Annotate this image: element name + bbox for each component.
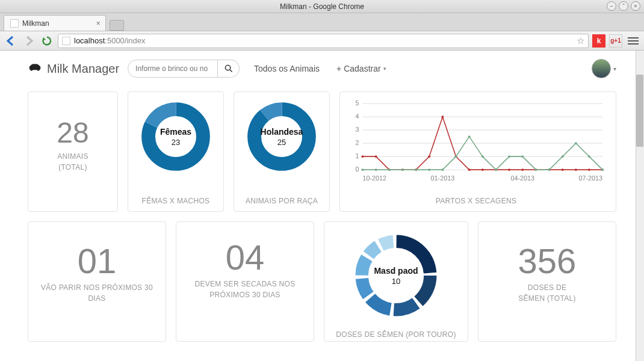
svg-point-48 <box>455 155 457 158</box>
plus-icon: + <box>336 64 341 73</box>
card-femmac: Fêmeas 23 FÊMAS X MACHOS <box>128 91 224 212</box>
svg-point-47 <box>441 168 444 171</box>
svg-point-54 <box>534 168 537 171</box>
tab-close-icon[interactable]: × <box>96 19 101 28</box>
svg-point-28 <box>441 116 444 118</box>
search-icon <box>224 64 233 73</box>
nav-cadastrar[interactable]: + Cadastrar ▾ <box>336 64 386 73</box>
back-button[interactable] <box>4 34 18 48</box>
svg-point-51 <box>495 168 497 171</box>
svg-text:3: 3 <box>356 126 359 133</box>
nav-all-animals[interactable]: Todos os Animais <box>254 64 320 73</box>
svg-point-39 <box>588 168 590 171</box>
donut-raca-label: Holandesa <box>261 127 303 137</box>
browser-toolbar: localhost:5000/index ☆ k g+1 <box>0 31 644 51</box>
bookmark-star-icon[interactable]: ☆ <box>577 35 584 46</box>
svg-point-43 <box>388 168 391 171</box>
svg-point-50 <box>481 155 484 158</box>
donut-femmac: Fêmeas 23 <box>140 100 212 173</box>
extension-gplus-button[interactable]: g+1 <box>609 34 622 48</box>
cadastrar-label: Cadastrar <box>344 64 380 73</box>
svg-text:5: 5 <box>356 99 359 106</box>
parir-label: VÃO PARIR NOS PRÓXIMOS 30 DIAS <box>34 282 159 304</box>
donut-semen-touro: Masd paod 10 <box>351 230 441 321</box>
svg-point-42 <box>375 168 377 171</box>
hamburger-icon <box>628 37 639 45</box>
secadas-label: DEVEM SER SECADAS NOS PRÓXIMOS 30 DIAS <box>182 279 308 300</box>
svg-point-44 <box>401 168 404 171</box>
chrome-menu-button[interactable] <box>626 34 640 48</box>
chevron-down-icon: ▾ <box>613 66 616 72</box>
svg-point-22 <box>362 155 364 158</box>
donut-raca-value: 25 <box>277 138 286 147</box>
card-total-animals: 28 ANIMAIS(TOTAL) <box>28 91 118 212</box>
semen-total-value: 356 <box>518 244 577 279</box>
svg-point-27 <box>428 155 430 158</box>
reload-button[interactable] <box>40 34 54 48</box>
svg-text:4: 4 <box>356 113 359 120</box>
svg-point-55 <box>548 168 551 171</box>
page-viewport: Milk Manager Todos os Animais + Cadastra… <box>0 51 644 361</box>
total-animals-label: ANIMAIS(TOTAL) <box>57 151 88 173</box>
card-raca: Holandesa 25 ANIMAIS POR RAÇA <box>234 91 330 212</box>
avatar <box>592 59 611 78</box>
page-icon <box>62 37 70 45</box>
parir-value: 01 <box>78 244 117 279</box>
svg-point-33 <box>508 168 510 171</box>
svg-text:1: 1 <box>356 152 359 159</box>
browser-tab[interactable]: Milkman × <box>4 15 106 31</box>
extension-k-button[interactable]: k <box>592 34 605 48</box>
brand-text: Milk Manager <box>47 62 119 76</box>
donut-touro-label: Masd paod <box>374 266 418 276</box>
svg-point-0 <box>225 65 230 70</box>
vertical-scrollbar[interactable] <box>636 51 644 361</box>
svg-point-34 <box>521 168 524 171</box>
svg-point-31 <box>481 168 484 171</box>
browser-tabstrip: Milkman × <box>0 13 644 31</box>
card-semen-touro-caption: DOSES DE SÊMEN (POR TOURO) <box>336 321 456 339</box>
linechart: 01234510-201201-201304-201307-2013 <box>346 99 606 184</box>
brand[interactable]: Milk Manager <box>28 61 119 76</box>
svg-point-57 <box>575 142 577 144</box>
chevron-down-icon: ▾ <box>383 66 386 72</box>
tab-title: Milkman <box>22 19 49 28</box>
donut-femmac-label: Fêmeas <box>160 127 191 137</box>
search-button[interactable] <box>218 60 240 78</box>
svg-text:07-2013: 07-2013 <box>578 174 602 182</box>
search-input[interactable] <box>128 60 218 78</box>
svg-text:01-2013: 01-2013 <box>431 174 455 182</box>
donut-femmac-value: 23 <box>172 138 180 147</box>
svg-line-1 <box>230 70 232 72</box>
scroll-thumb[interactable] <box>636 75 643 147</box>
window-close-button[interactable]: × <box>631 1 640 11</box>
svg-point-52 <box>508 155 510 158</box>
donut-touro-value: 10 <box>392 277 400 286</box>
svg-text:10-2012: 10-2012 <box>362 174 386 182</box>
svg-point-59 <box>601 168 604 171</box>
svg-point-46 <box>428 168 430 171</box>
semen-total-label: DOSES DESÊMEN (TOTAL) <box>518 282 575 304</box>
card-secadas: 04 DEVEM SER SECADAS NOS PRÓXIMOS 30 DIA… <box>176 221 314 342</box>
address-bar[interactable]: localhost:5000/index ☆ <box>58 34 589 48</box>
card-raca-caption: ANIMAIS POR RAÇA <box>246 187 318 205</box>
svg-point-38 <box>575 168 577 171</box>
cow-icon <box>28 61 42 76</box>
donut-raca: Holandesa 25 <box>246 100 318 173</box>
card-semen-total: 356 DOSES DESÊMEN (TOTAL) <box>478 221 616 342</box>
url-host: localhost <box>74 36 105 45</box>
new-tab-button[interactable] <box>110 20 124 31</box>
secadas-value: 04 <box>226 240 265 275</box>
search-wrap <box>128 60 240 78</box>
card-linechart: 01234510-201201-201304-201307-2013 PARTO… <box>339 91 616 212</box>
user-menu[interactable]: ▾ <box>592 59 616 78</box>
svg-text:04-2013: 04-2013 <box>510 174 534 182</box>
window-maximize-button[interactable]: ˄ <box>619 1 628 11</box>
window-minimize-button[interactable]: – <box>607 1 616 11</box>
svg-point-56 <box>562 155 564 158</box>
svg-point-41 <box>362 168 364 171</box>
svg-text:0: 0 <box>356 165 359 173</box>
app-header: Milk Manager Todos os Animais + Cadastra… <box>28 51 616 91</box>
forward-button[interactable] <box>22 34 36 48</box>
svg-point-23 <box>375 155 377 158</box>
card-parir: 01 VÃO PARIR NOS PRÓXIMOS 30 DIAS <box>28 221 166 342</box>
